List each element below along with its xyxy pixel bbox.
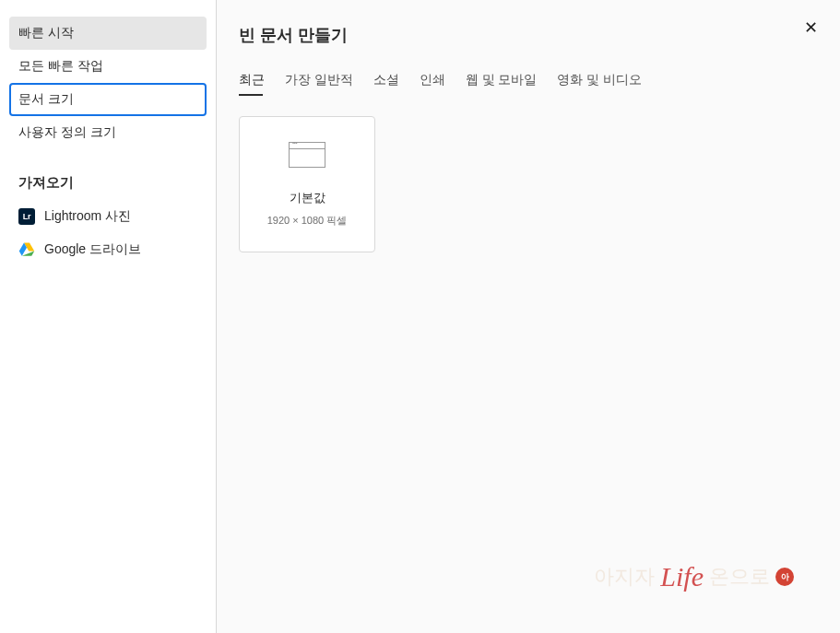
tab-label: 웹 및 모바일 xyxy=(466,73,538,87)
tab-video[interactable]: 영화 및 비디오 xyxy=(557,72,642,96)
tab-label: 소셜 xyxy=(373,73,399,87)
tab-list: 최근 가장 일반적 소셜 인쇄 웹 및 모바일 영화 및 비디오 xyxy=(239,72,818,96)
watermark-text: Life xyxy=(660,561,704,592)
tab-label: 인쇄 xyxy=(420,73,445,87)
tab-social[interactable]: 소셜 xyxy=(373,72,399,96)
sidebar-item-label: 사용자 정의 크기 xyxy=(18,124,116,141)
sidebar-item-label: 문서 크기 xyxy=(18,91,74,108)
tab-print[interactable]: 인쇄 xyxy=(420,72,445,96)
tab-recent[interactable]: 최근 xyxy=(239,72,265,96)
sidebar-item-label: Lightroom 사진 xyxy=(44,208,131,225)
preset-dimensions: 1920 × 1080 픽셀 xyxy=(267,214,348,228)
close-button[interactable]: ✕ xyxy=(799,17,822,39)
close-icon: ✕ xyxy=(804,18,818,38)
tab-common[interactable]: 가장 일반적 xyxy=(285,72,353,96)
preset-name: 기본값 xyxy=(290,190,325,206)
page-title: 빈 문서 만들기 xyxy=(239,24,818,46)
lightroom-icon: Lr xyxy=(18,208,35,225)
sidebar-item-all-quick-actions[interactable]: 모든 빠른 작업 xyxy=(9,50,207,83)
tab-label: 최근 xyxy=(239,73,265,87)
sidebar-item-label: 모든 빠른 작업 xyxy=(18,58,103,75)
watermark-seal-icon: 아 xyxy=(775,568,794,586)
tab-label: 가장 일반적 xyxy=(285,73,353,87)
sidebar-item-document-size[interactable]: 문서 크기 xyxy=(9,83,207,116)
main-panel: ✕ 빈 문서 만들기 최근 가장 일반적 소셜 인쇄 웹 및 모바일 영화 및 … xyxy=(217,0,840,633)
watermark: 아지자 Life 온으로 아 xyxy=(594,561,794,592)
tab-label: 영화 및 비디오 xyxy=(557,73,642,87)
preset-grid: 기본값 1920 × 1080 픽셀 xyxy=(239,116,818,252)
google-drive-icon xyxy=(18,241,35,258)
watermark-faded-text: 온으로 xyxy=(709,563,770,591)
sidebar: 빠른 시작 모든 빠른 작업 문서 크기 사용자 정의 크기 가져오기 Lr L… xyxy=(0,0,217,633)
import-section-title: 가져오기 xyxy=(9,166,207,200)
watermark-faded-text: 아지자 xyxy=(594,563,655,591)
document-thumb-icon xyxy=(289,142,325,168)
sidebar-item-quick-start[interactable]: 빠른 시작 xyxy=(9,17,207,50)
preset-card-default[interactable]: 기본값 1920 × 1080 픽셀 xyxy=(239,116,375,252)
sidebar-item-label: Google 드라이브 xyxy=(44,241,141,258)
tab-web-mobile[interactable]: 웹 및 모바일 xyxy=(466,72,538,96)
sidebar-item-google-drive[interactable]: Google 드라이브 xyxy=(9,233,207,266)
sidebar-item-label: 빠른 시작 xyxy=(18,25,74,41)
sidebar-item-custom-size[interactable]: 사용자 정의 크기 xyxy=(9,116,207,149)
sidebar-item-lightroom[interactable]: Lr Lightroom 사진 xyxy=(9,200,207,233)
